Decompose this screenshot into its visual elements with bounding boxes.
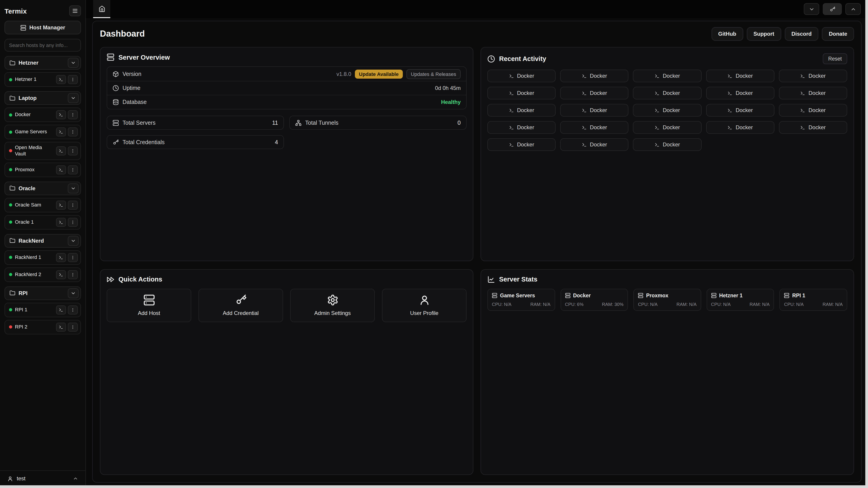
host-item[interactable]: RackNerd 2 <box>4 267 81 282</box>
open-terminal-button[interactable] <box>56 305 66 314</box>
status-dot <box>9 149 12 153</box>
user-profile-button[interactable]: User Profile <box>382 289 467 322</box>
header-link-button[interactable]: Support <box>747 27 781 41</box>
host-item[interactable]: RackNerd 1 <box>4 250 81 265</box>
folder-name: Oracle <box>19 185 65 191</box>
open-terminal-button[interactable] <box>56 127 66 136</box>
reset-button[interactable]: Reset <box>823 53 847 64</box>
folder-collapse-button[interactable] <box>68 288 79 298</box>
activity-item-button[interactable]: Docker <box>779 87 847 99</box>
activity-item-button[interactable]: Docker <box>633 121 702 134</box>
header-link-button[interactable]: GitHub <box>711 27 743 41</box>
activity-item-button[interactable]: Docker <box>487 121 556 134</box>
activity-item-button[interactable]: Docker <box>487 138 556 151</box>
host-menu-button[interactable] <box>68 218 78 227</box>
activity-item-button[interactable]: Docker <box>560 87 628 99</box>
header-link-button[interactable]: Discord <box>784 27 818 41</box>
folder-icon <box>9 238 16 243</box>
folder-header[interactable]: Laptop <box>4 91 81 105</box>
activity-item-button[interactable]: Docker <box>560 121 628 134</box>
collapse-panel-button[interactable] <box>845 3 861 15</box>
activity-item-button[interactable]: Docker <box>706 121 774 134</box>
host-menu-button[interactable] <box>68 127 78 136</box>
activity-item-button[interactable]: Docker <box>633 138 702 151</box>
updates-releases-button[interactable]: Updates & Releases <box>406 69 461 79</box>
folder-collapse-button[interactable] <box>68 236 79 246</box>
total-value: 0 <box>458 120 461 126</box>
host-item[interactable]: Hetzner 1 <box>4 72 81 87</box>
host-menu-button[interactable] <box>68 165 78 174</box>
activity-item-button[interactable]: Docker <box>779 104 847 117</box>
host-menu-button[interactable] <box>68 147 78 156</box>
activity-item-button[interactable]: Docker <box>779 121 847 134</box>
folder-collapse-button[interactable] <box>68 58 79 68</box>
host-item[interactable]: Oracle 1 <box>4 215 81 229</box>
activity-item-button[interactable]: Docker <box>560 70 628 82</box>
add-host-button[interactable]: Add Host <box>107 289 191 322</box>
ssh-keys-button[interactable] <box>823 3 842 15</box>
activity-item-button[interactable]: Docker <box>487 104 556 117</box>
activity-item-button[interactable]: Docker <box>487 70 556 82</box>
activity-item-button[interactable]: Docker <box>487 87 556 99</box>
horizontal-scrollbar[interactable] <box>0 485 868 488</box>
open-terminal-button[interactable] <box>56 200 66 209</box>
activity-item-button[interactable]: Docker <box>779 70 847 82</box>
status-dot <box>9 221 12 224</box>
folder-header[interactable]: Oracle <box>4 182 81 195</box>
folder-header[interactable]: Hetzner <box>4 56 81 70</box>
host-item[interactable]: Open Media Vault <box>4 142 81 160</box>
terminal-icon <box>727 125 733 130</box>
status-dot <box>9 113 12 116</box>
open-terminal-button[interactable] <box>56 322 66 331</box>
activity-item-label: Docker <box>663 124 680 131</box>
activity-item-button[interactable]: Docker <box>706 87 774 99</box>
host-menu-button[interactable] <box>68 253 78 262</box>
sidebar-menu-button[interactable] <box>69 5 81 16</box>
server-overview-panel: Server Overview Version v1.8.0 Update Av… <box>100 47 473 261</box>
total-label: Total Servers <box>123 120 156 126</box>
open-terminal-button[interactable] <box>56 75 66 84</box>
database-status: Healthy <box>441 99 461 105</box>
activity-item-button[interactable]: Docker <box>560 104 628 117</box>
open-terminal-button[interactable] <box>56 147 66 156</box>
host-item[interactable]: RPI 2 <box>4 320 81 334</box>
tab-scroll-down-button[interactable] <box>804 3 819 15</box>
folder-hetzner: Hetzner Hetzner 1 <box>4 56 81 87</box>
vertical-scrollbar[interactable] <box>865 0 868 488</box>
host-manager-button[interactable]: Host Manager <box>4 21 81 34</box>
host-item[interactable]: Proxmox <box>4 162 81 177</box>
host-menu-button[interactable] <box>68 110 78 119</box>
host-menu-button[interactable] <box>68 305 78 314</box>
host-item[interactable]: Oracle Sam <box>4 198 81 212</box>
open-terminal-button[interactable] <box>56 253 66 262</box>
host-item[interactable]: RPI 1 <box>4 302 81 317</box>
open-terminal-button[interactable] <box>56 270 66 279</box>
folder-header[interactable]: RPI <box>4 286 81 300</box>
host-menu-button[interactable] <box>68 200 78 209</box>
open-terminal-button[interactable] <box>56 110 66 119</box>
host-item[interactable]: Docker <box>4 107 81 122</box>
folder-header[interactable]: RackNerd <box>4 234 81 248</box>
tab-home[interactable] <box>93 0 110 18</box>
admin-settings-button[interactable]: Admin Settings <box>290 289 375 322</box>
activity-item-button[interactable]: Docker <box>633 104 702 117</box>
open-terminal-button[interactable] <box>56 165 66 174</box>
activity-item-button[interactable]: Docker <box>706 70 774 82</box>
folder-collapse-button[interactable] <box>68 93 79 103</box>
host-menu-button[interactable] <box>68 270 78 279</box>
activity-item-button[interactable]: Docker <box>633 70 702 82</box>
activity-item-button[interactable]: Docker <box>706 104 774 117</box>
folder-racknerd: RackNerd RackNerd 1 <box>4 234 81 282</box>
activity-item-button[interactable]: Docker <box>560 138 628 151</box>
host-item[interactable]: Game Servers <box>4 125 81 139</box>
open-terminal-button[interactable] <box>56 218 66 227</box>
activity-item-button[interactable]: Docker <box>633 87 702 99</box>
host-search-input[interactable] <box>4 39 81 52</box>
folder-collapse-button[interactable] <box>68 183 79 193</box>
add-credential-button[interactable]: Add Credential <box>198 289 283 322</box>
terminal-icon <box>655 108 659 113</box>
host-menu-button[interactable] <box>68 322 78 331</box>
terminal-icon <box>582 125 587 130</box>
host-menu-button[interactable] <box>68 75 78 84</box>
header-link-button[interactable]: Donate <box>822 27 854 41</box>
